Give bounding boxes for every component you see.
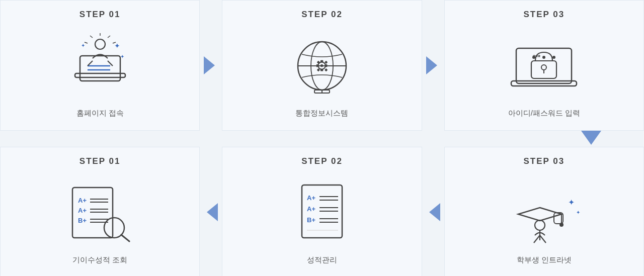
svg-line-69 [534,235,540,243]
step-label: STEP 01 [79,10,121,20]
svg-line-53 [121,235,129,241]
svg-marker-54 [207,203,218,221]
grades-icon: A+ A+ B+ [282,180,362,245]
svg-line-12 [90,36,93,38]
svg-rect-22 [320,68,323,71]
card-step3-row2: STEP 03 ✦ ✦ [444,147,644,276]
card-label: 성적관리 [307,255,337,265]
svg-marker-31 [426,56,437,74]
homepage-icon: ✦ ✦ ✦ [60,33,140,99]
step-label: STEP 03 [523,156,565,166]
svg-rect-21 [320,60,323,62]
card-step2-row2: STEP 02 A+ A+ B+ [222,147,422,276]
card-step3-row1: STEP 03 *** [444,0,644,131]
arrow-down-container [0,131,644,147]
svg-text:✦: ✦ [120,54,124,59]
svg-line-6 [108,61,113,66]
step-label: STEP 02 [301,10,343,20]
svg-marker-66 [429,203,440,221]
grades-search-icon: A+ A+ B+ [60,180,140,245]
step-label: STEP 03 [523,10,565,20]
arrow-right-1 [200,0,222,131]
row-2: STEP 01 A+ A+ B+ [0,147,644,276]
network-icon [282,33,362,99]
svg-text:A+: A+ [78,197,87,204]
card-label: 기이수성적 조회 [72,255,127,265]
svg-point-4 [95,39,105,49]
icon-area: *** [504,29,584,103]
card-label: 아이디/패스워드 입력 [508,109,580,118]
svg-line-11 [108,36,110,38]
svg-text:✦: ✦ [81,43,85,48]
svg-text:***: *** [533,53,541,61]
svg-text:A+: A+ [307,194,315,202]
svg-line-5 [88,61,93,66]
graduation-icon: ✦ ✦ [504,180,584,245]
svg-rect-24 [325,64,328,66]
icon-area [282,29,362,103]
card-label: 홈페이지 접속 [76,109,124,118]
arrow-left-2 [422,147,444,276]
svg-point-74 [559,223,564,227]
arrow-down-icon [581,131,601,147]
card-label: 통합정보시스템 [295,109,348,118]
svg-text:B+: B+ [78,217,87,224]
card-label: 학부생 인트라넷 [517,255,572,265]
main-container: STEP 01 ✦ [0,0,644,276]
svg-text:B+: B+ [307,216,315,224]
svg-marker-71 [518,208,561,221]
svg-point-38 [542,56,545,59]
svg-marker-41 [581,131,601,145]
svg-text:✦: ✦ [568,198,575,207]
svg-line-70 [540,235,546,243]
svg-point-20 [320,64,323,66]
svg-text:A+: A+ [78,207,87,214]
card-step1-row2: STEP 01 A+ A+ B+ [0,147,200,276]
svg-rect-28 [325,68,328,71]
svg-point-35 [541,65,546,70]
svg-point-67 [535,220,545,230]
row-1: STEP 01 ✦ [0,0,644,131]
card-step2-row1: STEP 02 [222,0,422,131]
login-icon: *** [504,33,584,99]
svg-rect-0 [75,73,125,77]
card-step1-row1: STEP 01 ✦ [0,0,200,131]
icon-area: A+ A+ B+ [60,175,140,249]
svg-text:✦: ✦ [576,210,580,215]
arrow-right-2 [422,0,444,131]
svg-point-39 [552,56,555,59]
icon-area: ✦ ✦ [504,175,584,249]
step-label: STEP 01 [79,156,121,166]
step-label: STEP 02 [301,156,343,166]
svg-rect-23 [316,64,319,66]
svg-text:✦: ✦ [114,42,120,50]
svg-text:A+: A+ [307,205,315,213]
icon-area: A+ A+ B+ [282,175,362,249]
arrow-left-1 [200,147,222,276]
icon-area: ✦ ✦ ✦ [60,29,140,103]
svg-marker-15 [204,56,215,74]
